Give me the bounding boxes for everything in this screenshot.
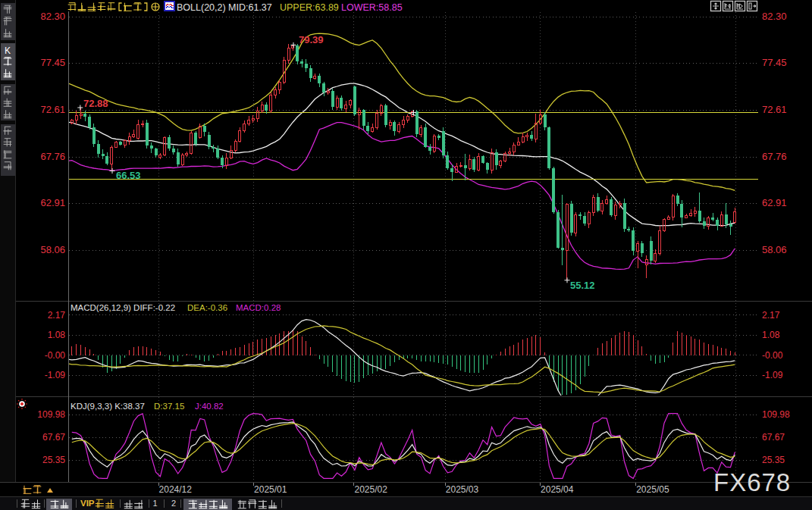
svg-text:82.30: 82.30 <box>762 11 787 22</box>
svg-text:58.06: 58.06 <box>762 244 787 255</box>
svg-text:67.76: 67.76 <box>40 151 65 162</box>
svg-text:25.35: 25.35 <box>42 455 65 465</box>
svg-text:2025/03: 2025/03 <box>446 484 479 495</box>
svg-text:2025/01: 2025/01 <box>254 484 287 495</box>
svg-text:67.67: 67.67 <box>42 432 65 443</box>
svg-text:66.53: 66.53 <box>116 170 141 181</box>
svg-text:VIP: VIP <box>80 499 95 508</box>
svg-text:2024/12: 2024/12 <box>159 484 193 495</box>
svg-text:67.76: 67.76 <box>762 151 787 162</box>
svg-text:72.61: 72.61 <box>762 104 787 115</box>
svg-text:25.35: 25.35 <box>762 455 785 465</box>
svg-text:KDJ(9,3,3) K:38.37: KDJ(9,3,3) K:38.37 <box>71 402 145 411</box>
svg-text:D:37.15: D:37.15 <box>154 402 184 411</box>
svg-text:-1.09: -1.09 <box>45 370 66 380</box>
svg-text:79.39: 79.39 <box>299 34 324 45</box>
svg-text:2025/02: 2025/02 <box>355 484 388 495</box>
svg-text:MACD(26,12,9) DIFF:-0.22: MACD(26,12,9) DIFF:-0.22 <box>71 303 175 312</box>
svg-text:2025/04: 2025/04 <box>541 484 574 495</box>
svg-text:1.08: 1.08 <box>762 330 780 340</box>
svg-text:2.17: 2.17 <box>762 310 780 321</box>
svg-text:67.67: 67.67 <box>762 432 785 443</box>
svg-text:J:40.82: J:40.82 <box>195 402 224 411</box>
svg-text:55.12: 55.12 <box>570 280 595 291</box>
svg-text:-0.00: -0.00 <box>762 350 783 361</box>
svg-text:72.88: 72.88 <box>83 98 108 109</box>
svg-text:72.61: 72.61 <box>40 104 65 115</box>
svg-text:LOWER:58.85: LOWER:58.85 <box>341 2 403 13</box>
svg-text:-0.00: -0.00 <box>45 350 66 361</box>
svg-text:FX678: FX678 <box>713 468 791 496</box>
svg-text:109.98: 109.98 <box>37 409 65 420</box>
svg-text:77.45: 77.45 <box>762 57 787 68</box>
svg-text:DEA:-0.36: DEA:-0.36 <box>187 303 227 312</box>
svg-text:1.08: 1.08 <box>48 330 66 340</box>
svg-text:2.17: 2.17 <box>48 310 66 321</box>
svg-text:BOLL(20,2) MID:61.37: BOLL(20,2) MID:61.37 <box>177 2 272 13</box>
svg-text:2: 2 <box>171 499 176 508</box>
svg-text:1: 1 <box>152 499 157 508</box>
svg-text:MACD:0.28: MACD:0.28 <box>236 303 281 312</box>
svg-text:62.91: 62.91 <box>762 197 787 208</box>
svg-text:82.30: 82.30 <box>40 11 65 22</box>
svg-text:-1.09: -1.09 <box>762 370 783 380</box>
svg-text:K: K <box>5 45 11 56</box>
svg-text:2025/05: 2025/05 <box>636 484 669 495</box>
svg-text:77.45: 77.45 <box>40 57 65 68</box>
svg-text:62.91: 62.91 <box>40 197 65 208</box>
svg-text:UPPER:63.89: UPPER:63.89 <box>280 2 339 13</box>
svg-text:109.98: 109.98 <box>762 409 790 420</box>
svg-text:58.06: 58.06 <box>40 244 65 255</box>
